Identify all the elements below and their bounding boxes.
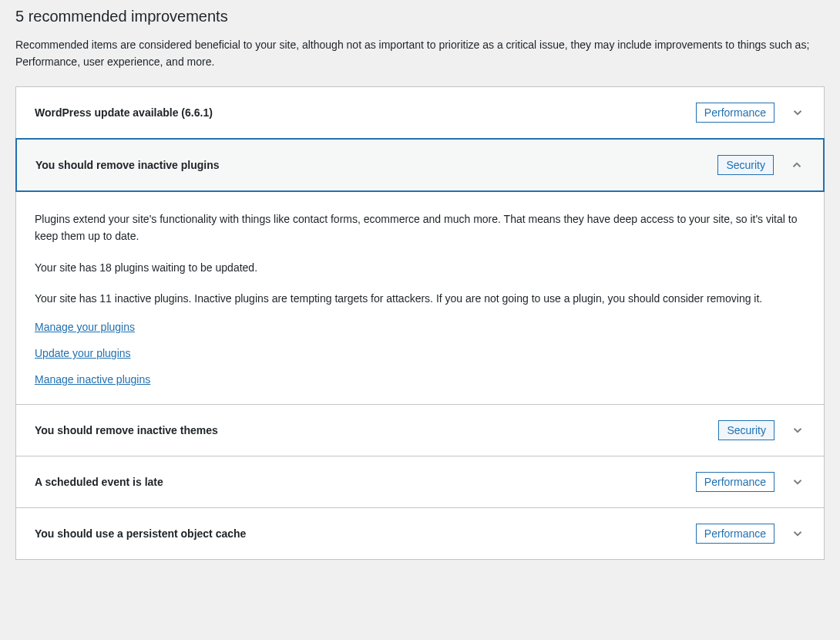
badge-performance: Performance bbox=[696, 472, 774, 492]
accordion-header-right: Performance bbox=[696, 524, 805, 544]
accordion-title: WordPress update available (6.6.1) bbox=[35, 106, 213, 119]
manage-inactive-plugins-link[interactable]: Manage inactive plugins bbox=[35, 373, 150, 386]
accordion-header[interactable]: WordPress update available (6.6.1) Perfo… bbox=[16, 87, 824, 138]
body-paragraph: Your site has 18 plugins waiting to be u… bbox=[35, 259, 805, 276]
badge-performance: Performance bbox=[696, 524, 774, 544]
accordion-item-persistent-object-cache: You should use a persistent object cache… bbox=[16, 508, 824, 559]
accordion-header[interactable]: You should use a persistent object cache… bbox=[16, 508, 824, 559]
accordion-title: You should use a persistent object cache bbox=[35, 527, 246, 540]
accordion-header-right: Security bbox=[718, 420, 805, 440]
accordion-header-right: Performance bbox=[696, 472, 805, 492]
badge-security: Security bbox=[717, 155, 774, 175]
chevron-up-icon bbox=[789, 157, 805, 173]
body-paragraph: Plugins extend your site's functionality… bbox=[35, 211, 805, 245]
accordion-title: You should remove inactive themes bbox=[35, 424, 218, 436]
badge-performance: Performance bbox=[696, 103, 774, 123]
manage-plugins-link[interactable]: Manage your plugins bbox=[35, 321, 135, 333]
chevron-down-icon bbox=[790, 474, 805, 490]
accordion-title: You should remove inactive plugins bbox=[35, 159, 220, 171]
section-description: Recommended items are considered benefic… bbox=[15, 36, 825, 71]
chevron-down-icon bbox=[790, 105, 805, 120]
link-item: Update your plugins bbox=[35, 347, 805, 359]
link-item: Manage inactive plugins bbox=[35, 373, 805, 386]
body-paragraph: Your site has 11 inactive plugins. Inact… bbox=[35, 290, 805, 307]
accordion-item-inactive-themes: You should remove inactive themes Securi… bbox=[16, 405, 824, 456]
accordion-header[interactable]: You should remove inactive plugins Secur… bbox=[15, 138, 825, 192]
badge-security: Security bbox=[718, 420, 774, 440]
update-plugins-link[interactable]: Update your plugins bbox=[35, 347, 131, 359]
accordion-header[interactable]: A scheduled event is late Performance bbox=[16, 456, 824, 507]
accordion-header[interactable]: You should remove inactive themes Securi… bbox=[16, 405, 824, 456]
accordion-header-right: Security bbox=[717, 155, 805, 175]
link-item: Manage your plugins bbox=[35, 321, 805, 333]
accordion-item-inactive-plugins: You should remove inactive plugins Secur… bbox=[16, 138, 824, 406]
chevron-down-icon bbox=[790, 526, 805, 541]
accordion-title: A scheduled event is late bbox=[35, 476, 163, 488]
chevron-down-icon bbox=[790, 423, 805, 438]
improvements-accordion: WordPress update available (6.6.1) Perfo… bbox=[15, 86, 825, 561]
section-title: 5 recommended improvements bbox=[15, 8, 825, 25]
accordion-item-wordpress-update: WordPress update available (6.6.1) Perfo… bbox=[16, 87, 824, 139]
accordion-body: Plugins extend your site's functionality… bbox=[16, 192, 824, 405]
accordion-header-right: Performance bbox=[696, 103, 805, 123]
accordion-item-scheduled-event-late: A scheduled event is late Performance bbox=[16, 456, 824, 508]
